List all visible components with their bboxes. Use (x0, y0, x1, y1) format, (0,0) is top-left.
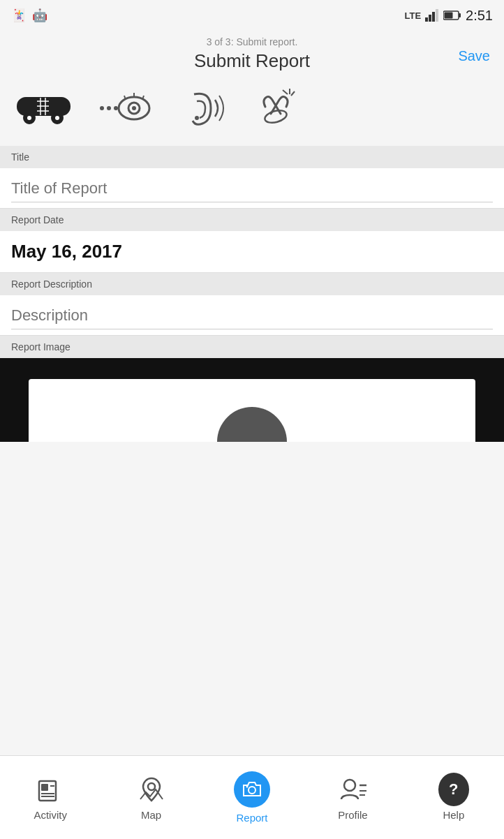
report-label: Report (237, 812, 268, 824)
nav-item-map[interactable]: Map (101, 774, 201, 821)
profile-label: Profile (338, 809, 368, 821)
svg-rect-1 (429, 15, 431, 22)
svg-point-9 (27, 116, 31, 120)
svg-point-19 (114, 106, 118, 110)
svg-point-11 (55, 116, 59, 120)
svg-point-17 (100, 106, 104, 110)
profile-icon (337, 774, 368, 805)
svg-line-29 (291, 91, 295, 96)
clap-icon[interactable] (251, 87, 307, 132)
description-input-area[interactable] (0, 295, 504, 336)
title-input[interactable] (11, 179, 493, 202)
signal-icon (425, 9, 439, 22)
description-section-label: Report Description (0, 273, 504, 295)
svg-rect-3 (436, 9, 438, 22)
activity-icon (35, 774, 66, 805)
svg-point-30 (263, 108, 288, 125)
map-icon (136, 774, 167, 805)
map-label: Map (141, 809, 161, 821)
svg-rect-32 (41, 784, 48, 791)
save-button[interactable]: Save (458, 47, 490, 64)
svg-point-22 (132, 106, 136, 110)
nav-item-activity[interactable]: Activity (0, 774, 101, 821)
svg-point-18 (107, 106, 111, 110)
battery-icon (443, 10, 461, 21)
activity-label: Activity (34, 809, 67, 821)
title-input-area[interactable] (0, 168, 504, 209)
image-placeholder-shape (217, 407, 287, 442)
clock: 2:51 (466, 8, 493, 24)
category-icons (0, 80, 504, 146)
svg-point-39 (344, 780, 355, 791)
camera-icon (234, 771, 270, 808)
svg-rect-5 (459, 13, 461, 17)
date-section-label: Report Date (0, 209, 504, 231)
train-icon[interactable] (14, 87, 77, 132)
page-title: Submit Report (14, 50, 490, 72)
eye-icon[interactable] (98, 87, 154, 132)
status-bar: 🃏 🤖 LTE 2:51 (0, 0, 504, 31)
help-icon: ? (438, 774, 469, 805)
step-subtitle: 3 of 3: Submit report. (14, 36, 490, 47)
android-icon: 🤖 (32, 8, 47, 23)
date-value-area: May 16, 2017 (0, 231, 504, 273)
svg-point-37 (249, 787, 255, 794)
sim-icon: 🃏 (11, 8, 27, 23)
nav-item-help[interactable]: ? Help (403, 774, 504, 821)
svg-point-38 (246, 786, 249, 788)
svg-rect-6 (445, 13, 453, 19)
svg-rect-2 (432, 12, 435, 22)
image-preview (29, 379, 475, 442)
title-section-label: Title (0, 146, 504, 168)
date-value: May 16, 2017 (11, 241, 122, 262)
svg-point-36 (148, 783, 155, 790)
description-input[interactable] (11, 306, 493, 329)
nav-item-profile[interactable]: Profile (302, 774, 403, 821)
help-question-mark: ? (449, 780, 458, 799)
ear-icon[interactable] (175, 87, 230, 132)
nav-item-report[interactable]: Report (202, 771, 302, 824)
page-header: 3 of 3: Submit report. Submit Report Sav… (0, 31, 504, 80)
svg-point-26 (195, 116, 199, 120)
lte-label: LTE (404, 10, 421, 21)
help-label: Help (443, 809, 464, 821)
svg-rect-0 (425, 17, 428, 22)
image-upload-area[interactable] (0, 358, 504, 442)
image-section-label: Report Image (0, 336, 504, 358)
svg-line-27 (283, 90, 288, 94)
bottom-navigation: Activity Map Report (0, 755, 504, 839)
